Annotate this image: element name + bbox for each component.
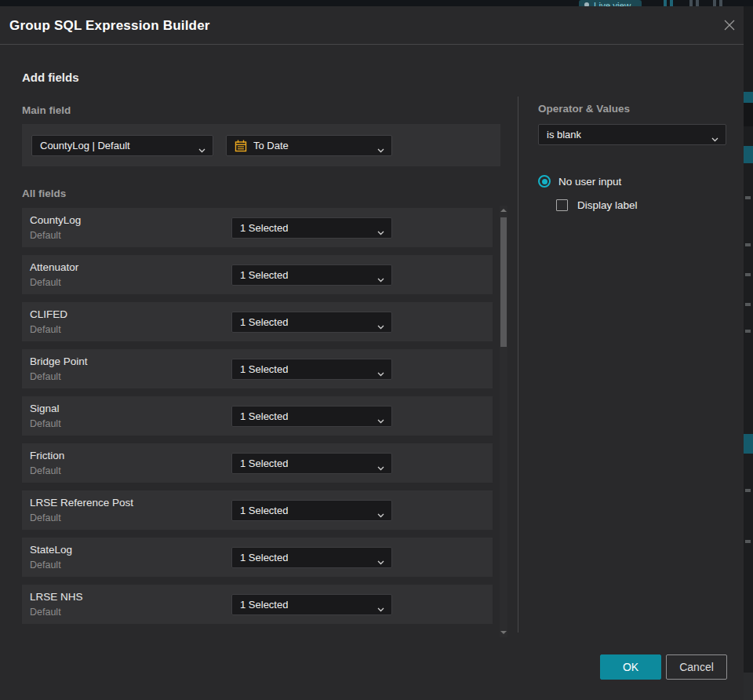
field-type: Default [30, 418, 61, 429]
chevron-down-icon [377, 556, 384, 560]
field-selected-value: 1 Selected [240, 316, 288, 328]
bg-fragment [745, 196, 751, 199]
background-app-topbar: Live view [0, 0, 753, 6]
field-name: Bridge Point [30, 355, 88, 367]
field-selected-value: 1 Selected [240, 410, 288, 422]
field-row: StateLog Default 1 Selected [22, 538, 493, 577]
bg-fragment [744, 92, 753, 103]
field-selected-dropdown[interactable]: 1 Selected [231, 453, 392, 474]
field-selected-value: 1 Selected [240, 222, 288, 234]
field-type: Default [30, 324, 61, 335]
operator-dropdown[interactable]: is blank [538, 124, 726, 145]
bg-fragment [745, 273, 751, 276]
scroll-down-icon[interactable] [500, 631, 507, 634]
bg-fragment [744, 103, 753, 126]
bg-fragment [745, 243, 751, 246]
no-user-input-label: No user input [558, 176, 621, 188]
field-row: CLIFED Default 1 Selected [22, 302, 493, 341]
bg-fragment [745, 303, 751, 306]
live-view-button[interactable]: Live view [579, 0, 642, 6]
field-type: Default [30, 512, 61, 523]
field-selected-dropdown[interactable]: 1 Selected [231, 594, 392, 615]
display-label-checkbox[interactable]: Display label [556, 199, 638, 211]
checkbox-icon [556, 199, 568, 211]
chevron-down-icon [377, 144, 384, 148]
chevron-down-icon [377, 273, 384, 278]
bg-fragment [744, 434, 753, 454]
bg-fragment [744, 146, 753, 163]
field-type: Default [30, 607, 61, 618]
field-name: StateLog [30, 544, 72, 556]
field-type: Default [30, 230, 61, 241]
field-selected-value: 1 Selected [240, 458, 288, 469]
field-selected-dropdown[interactable]: 1 Selected [231, 406, 392, 427]
field-type: Default [30, 465, 61, 476]
display-label-label: Display label [577, 199, 638, 211]
field-type: Default [30, 277, 61, 288]
main-date-dropdown[interactable]: To Date [226, 135, 392, 156]
operator-dropdown-value: is blank [547, 129, 581, 140]
field-type: Default [30, 371, 61, 382]
live-view-label: Live view [594, 0, 631, 6]
no-user-input-radio[interactable]: No user input [538, 174, 621, 188]
toolbar-bar-icon [664, 0, 667, 6]
toolbar-bar-icon [696, 0, 699, 6]
close-icon [723, 19, 737, 31]
main-field-dropdown[interactable]: CountyLog | Default [31, 135, 213, 156]
chevron-down-icon [377, 509, 384, 513]
field-selected-value: 1 Selected [240, 552, 288, 563]
field-type: Default [30, 560, 61, 571]
ok-button[interactable]: OK [600, 654, 661, 680]
field-row: LRSE NHS Default 1 Selected [22, 585, 493, 624]
bg-fragment [744, 673, 753, 700]
dialog-title: Group SQL Expression Builder [9, 6, 210, 45]
field-name: Friction [30, 450, 64, 461]
toolbar-bar-icon [713, 0, 716, 6]
scrollbar-thumb[interactable] [500, 217, 507, 347]
field-row: Friction Default 1 Selected [22, 443, 493, 483]
radio-icon [538, 175, 551, 188]
chevron-down-icon [377, 603, 384, 607]
operator-values-label: Operator & Values [538, 103, 630, 115]
chevron-down-icon [711, 133, 718, 137]
field-row: Signal Default 1 Selected [22, 396, 493, 436]
close-button[interactable] [723, 18, 737, 32]
background-app-edge [744, 6, 753, 700]
field-selected-dropdown[interactable]: 1 Selected [231, 500, 392, 521]
chevron-down-icon [198, 144, 206, 148]
field-selected-value: 1 Selected [240, 269, 288, 281]
field-selected-value: 1 Selected [240, 363, 288, 375]
bg-fragment [745, 540, 751, 543]
field-name: CountyLog [30, 214, 81, 226]
field-row: LRSE Reference Post Default 1 Selected [22, 490, 493, 530]
cancel-button[interactable]: Cancel [666, 654, 727, 680]
chevron-down-icon [377, 414, 384, 419]
field-selected-dropdown[interactable]: 1 Selected [231, 217, 392, 239]
toolbar-bar-icon [719, 0, 722, 6]
field-selected-dropdown[interactable]: 1 Selected [231, 359, 392, 380]
field-selected-value: 1 Selected [240, 505, 288, 516]
all-fields-label: All fields [22, 188, 66, 199]
field-selected-dropdown[interactable]: 1 Selected [231, 312, 392, 333]
main-field-dropdown-value: CountyLog | Default [40, 140, 130, 151]
toolbar-bar-icon [689, 0, 693, 6]
field-name: LRSE Reference Post [30, 497, 133, 509]
chevron-down-icon [377, 320, 384, 325]
field-row: CountyLog Default 1 Selected [22, 208, 493, 247]
calendar-icon [235, 140, 247, 152]
field-selected-dropdown[interactable]: 1 Selected [231, 547, 392, 568]
field-selected-dropdown[interactable]: 1 Selected [231, 264, 392, 286]
field-selected-value: 1 Selected [240, 599, 288, 611]
panel-divider [518, 97, 518, 633]
chevron-down-icon [377, 461, 384, 466]
field-row: Bridge Point Default 1 Selected [22, 349, 493, 388]
scroll-up-icon[interactable] [500, 209, 507, 212]
dialog-header: Group SQL Expression Builder [0, 6, 744, 45]
add-fields-heading: Add fields [22, 71, 79, 84]
main-date-dropdown-value: To Date [253, 140, 289, 151]
chevron-down-icon [377, 226, 384, 231]
list-scrollbar[interactable] [500, 206, 507, 637]
main-field-label: Main field [22, 104, 71, 116]
chevron-down-icon [377, 367, 384, 372]
bg-fragment [745, 330, 751, 333]
